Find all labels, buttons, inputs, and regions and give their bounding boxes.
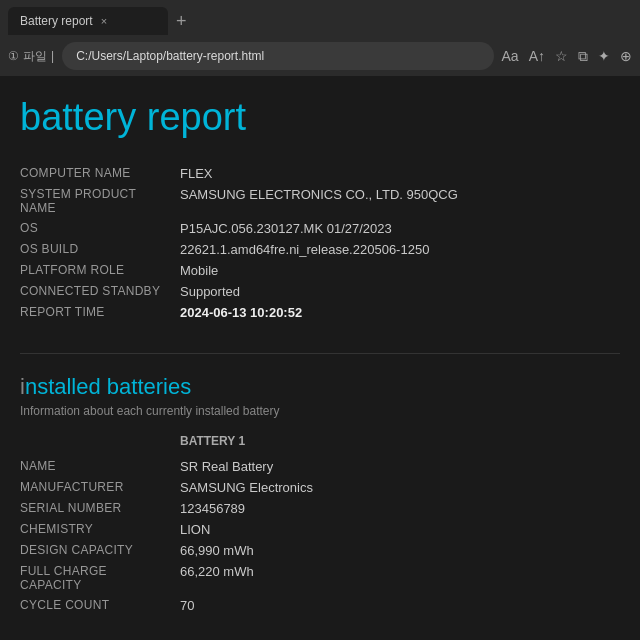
browser-tab[interactable]: Battery report × xyxy=(8,7,168,35)
section-title: installed batteries xyxy=(20,374,620,400)
row-label: SYSTEM PRODUCT NAME xyxy=(20,184,180,218)
file-label: 파일 xyxy=(23,48,47,65)
row-value: P15AJC.056.230127.MK 01/27/2023 xyxy=(180,218,620,239)
row-value: SAMSUNG Electronics xyxy=(180,477,620,498)
row-label: MANUFACTURER xyxy=(20,477,180,498)
section-divider xyxy=(20,353,620,354)
section-subtitle: Information about each currently install… xyxy=(20,404,620,418)
browser-toolbar-icons: Aa A↑ ☆ ⧉ ✦ ⊕ xyxy=(502,48,632,65)
table-row: FULL CHARGE CAPACITY66,220 mWh xyxy=(20,561,620,595)
table-row: REPORT TIME2024-06-13 10:20:52 xyxy=(20,302,620,323)
extensions-icon[interactable]: ⊕ xyxy=(620,48,632,64)
row-value: 2024-06-13 10:20:52 xyxy=(180,302,620,323)
system-info-table: COMPUTER NAMEFLEXSYSTEM PRODUCT NAMESAMS… xyxy=(20,163,620,323)
table-row: OS BUILD22621.1.amd64fre.ni_release.2205… xyxy=(20,239,620,260)
table-row: SYSTEM PRODUCT NAMESAMSUNG ELECTRONICS C… xyxy=(20,184,620,218)
table-row: MANUFACTURERSAMSUNG Electronics xyxy=(20,477,620,498)
row-label: CHEMISTRY xyxy=(20,519,180,540)
row-value: Mobile xyxy=(180,260,620,281)
collections-icon[interactable]: ✦ xyxy=(598,48,610,64)
row-label: REPORT TIME xyxy=(20,302,180,323)
row-value: SR Real Battery xyxy=(180,456,620,477)
battery-info-table: NAMESR Real BatteryMANUFACTURERSAMSUNG E… xyxy=(20,456,620,616)
table-row: CHEMISTRYLION xyxy=(20,519,620,540)
row-label: SERIAL NUMBER xyxy=(20,498,180,519)
tab-close-button[interactable]: × xyxy=(101,15,107,27)
row-label: OS xyxy=(20,218,180,239)
installed-batteries-section: installed batteries Information about ea… xyxy=(20,374,620,616)
split-screen-icon[interactable]: ⧉ xyxy=(578,48,588,65)
browser-chrome: Battery report × + ① 파일 | Aa A↑ ☆ ⧉ ✦ ⊕ xyxy=(0,0,640,76)
page-icon: ① xyxy=(8,49,19,63)
row-value: SAMSUNG ELECTRONICS CO., LTD. 950QCG xyxy=(180,184,620,218)
new-tab-button[interactable]: + xyxy=(176,12,187,30)
row-value: 123456789 xyxy=(180,498,620,519)
separator: | xyxy=(51,49,54,63)
row-value: 66,990 mWh xyxy=(180,540,620,561)
row-value: 66,220 mWh xyxy=(180,561,620,595)
address-left: ① 파일 | xyxy=(8,48,54,65)
row-label: CONNECTED STANDBY xyxy=(20,281,180,302)
row-value: Supported xyxy=(180,281,620,302)
row-label: NAME xyxy=(20,456,180,477)
immersive-reader-icon[interactable]: A↑ xyxy=(529,48,545,64)
tab-title: Battery report xyxy=(20,14,93,28)
read-aloud-icon[interactable]: Aa xyxy=(502,48,519,64)
row-value: 70 xyxy=(180,595,620,616)
table-row: CYCLE COUNT70 xyxy=(20,595,620,616)
table-row: DESIGN CAPACITY66,990 mWh xyxy=(20,540,620,561)
tab-bar: Battery report × + xyxy=(0,0,640,36)
row-value: LION xyxy=(180,519,620,540)
row-label: OS BUILD xyxy=(20,239,180,260)
row-value: 22621.1.amd64fre.ni_release.220506-1250 xyxy=(180,239,620,260)
row-label: FULL CHARGE CAPACITY xyxy=(20,561,180,595)
table-row: NAMESR Real Battery xyxy=(20,456,620,477)
row-label: CYCLE COUNT xyxy=(20,595,180,616)
row-value: FLEX xyxy=(180,163,620,184)
address-input[interactable] xyxy=(62,42,493,70)
table-row: CONNECTED STANDBYSupported xyxy=(20,281,620,302)
row-label: COMPUTER NAME xyxy=(20,163,180,184)
favorites-icon[interactable]: ☆ xyxy=(555,48,568,64)
table-row: PLATFORM ROLEMobile xyxy=(20,260,620,281)
page-title: battery report xyxy=(20,96,620,139)
table-row: OSP15AJC.056.230127.MK 01/27/2023 xyxy=(20,218,620,239)
row-label: PLATFORM ROLE xyxy=(20,260,180,281)
address-bar: ① 파일 | Aa A↑ ☆ ⧉ ✦ ⊕ xyxy=(0,36,640,76)
battery-header: BATTERY 1 xyxy=(180,434,620,448)
page-content: battery report COMPUTER NAMEFLEXSYSTEM P… xyxy=(0,76,640,640)
row-label: DESIGN CAPACITY xyxy=(20,540,180,561)
section-title-text: nstalled batteries xyxy=(25,374,191,399)
table-row: COMPUTER NAMEFLEX xyxy=(20,163,620,184)
table-row: SERIAL NUMBER123456789 xyxy=(20,498,620,519)
